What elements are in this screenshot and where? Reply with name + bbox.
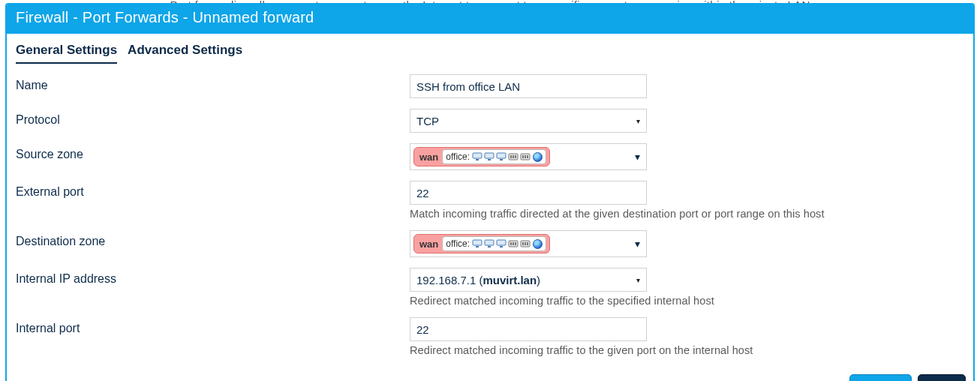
protocol-select[interactable]: TCP ▾ — [410, 109, 647, 133]
label-name: Name — [8, 74, 410, 92]
svg-rect-7 — [510, 155, 512, 158]
chevron-down-icon: ▾ — [636, 117, 640, 125]
zone-name: wan — [417, 152, 440, 163]
svg-rect-17 — [488, 246, 491, 248]
label-protocol: Protocol — [8, 109, 410, 127]
label-internal-ip: Internal IP address — [8, 268, 410, 286]
zone-interfaces: office: — [442, 236, 546, 251]
source-zone-select[interactable]: wan office: ▾ — [410, 143, 647, 170]
svg-rect-18 — [497, 240, 506, 245]
svg-rect-16 — [485, 240, 494, 245]
svg-rect-12 — [525, 155, 526, 158]
ethernet-icon — [508, 239, 519, 248]
modal-title: Firewall - Port Forwards - Unnamed forwa… — [7, 4, 973, 34]
row-source-zone: Source zone wan office: — [8, 140, 964, 173]
port-forward-modal: Firewall - Port Forwards - Unnamed forwa… — [5, 3, 975, 381]
internal-ip-value: 192.168.7.1 (muvirt.lan) — [416, 274, 540, 286]
tab-advanced-settings[interactable]: Advanced Settings — [128, 40, 242, 64]
chevron-down-icon: ▾ — [635, 238, 640, 250]
chevron-down-icon: ▾ — [635, 151, 640, 163]
svg-rect-11 — [522, 155, 524, 158]
save-button[interactable]: Save — [918, 374, 966, 381]
network-interface-icon — [472, 152, 482, 161]
dismiss-button[interactable]: Dismiss — [849, 374, 912, 381]
zone-interfaces: office: — [442, 149, 546, 164]
globe-icon — [533, 239, 543, 249]
svg-rect-0 — [473, 153, 482, 158]
svg-rect-8 — [513, 155, 514, 158]
protocol-value: TCP — [416, 115, 439, 128]
svg-rect-5 — [500, 159, 503, 160]
zone-badge-wan: wan office: — [413, 147, 550, 166]
network-interface-icon — [496, 152, 507, 161]
ethernet-icon — [520, 152, 531, 161]
svg-rect-26 — [525, 242, 526, 245]
svg-rect-9 — [515, 155, 516, 158]
internal-ip-select[interactable]: 192.168.7.1 (muvirt.lan) ▾ — [410, 268, 647, 292]
label-source-zone: Source zone — [8, 143, 410, 161]
zone-badge-wan: wan office: — [413, 234, 550, 254]
help-external-port: Match incoming traffic directed at the g… — [410, 208, 964, 220]
modal-footer: Dismiss Save — [7, 370, 973, 381]
destination-zone-select[interactable]: wan office: ▾ — [410, 230, 647, 257]
label-internal-port: Internal port — [8, 317, 410, 335]
external-port-input[interactable] — [410, 181, 647, 205]
tab-general-settings[interactable]: General Settings — [16, 40, 117, 64]
network-interface-icon — [484, 152, 495, 161]
chevron-down-icon: ▾ — [636, 276, 640, 284]
network-interface-icon — [496, 239, 507, 248]
svg-rect-23 — [515, 242, 516, 245]
svg-rect-2 — [485, 153, 494, 158]
modal-body: General Settings Advanced Settings Name … — [7, 34, 973, 370]
row-internal-ip: Internal IP address 192.168.7.1 (muvirt.… — [8, 265, 964, 310]
network-interface-icon — [472, 239, 482, 248]
row-name: Name — [8, 71, 964, 101]
svg-rect-27 — [527, 242, 528, 245]
row-destination-zone: Destination zone wan office: — [8, 227, 964, 260]
row-internal-port: Internal port Redirect matched incoming … — [8, 314, 964, 359]
globe-icon — [533, 152, 543, 162]
name-input[interactable] — [410, 74, 647, 98]
svg-rect-4 — [497, 153, 506, 158]
row-external-port: External port Match incoming traffic dir… — [8, 178, 964, 223]
label-external-port: External port — [8, 181, 410, 199]
ethernet-icon — [520, 239, 531, 248]
zone-name: wan — [417, 238, 440, 250]
svg-rect-22 — [513, 242, 514, 245]
svg-rect-14 — [473, 240, 482, 245]
tabs: General Settings Advanced Settings — [8, 40, 964, 64]
svg-rect-19 — [500, 246, 503, 248]
svg-rect-13 — [527, 155, 528, 158]
internal-port-input[interactable] — [410, 317, 647, 341]
label-destination-zone: Destination zone — [8, 230, 410, 248]
help-internal-ip: Redirect matched incoming traffic to the… — [410, 295, 964, 307]
svg-rect-21 — [510, 242, 512, 245]
svg-rect-1 — [476, 159, 479, 160]
help-internal-port: Redirect matched incoming traffic to the… — [410, 344, 964, 356]
network-interface-icon — [484, 239, 495, 248]
ethernet-icon — [508, 152, 519, 161]
svg-rect-3 — [488, 159, 491, 160]
svg-rect-25 — [522, 242, 524, 245]
row-protocol: Protocol TCP ▾ — [8, 106, 964, 136]
svg-rect-15 — [476, 246, 479, 248]
